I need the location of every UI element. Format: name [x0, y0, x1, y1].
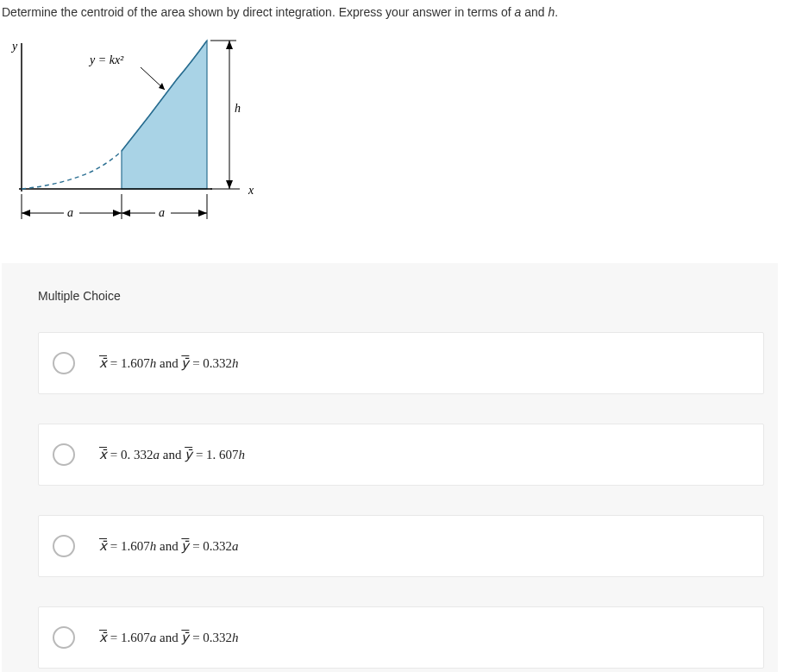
a-dim-right-arrow-r	[198, 210, 207, 217]
option-2[interactable]: x̄ = 0. 332a and ȳ = 1. 607h	[38, 424, 764, 486]
eq: =	[189, 631, 203, 644]
curve-label-arrow	[159, 83, 165, 90]
option-2-text: x̄ = 0. 332a and ȳ = 1. 607h	[99, 447, 245, 462]
x-coef: 0. 332	[121, 448, 154, 462]
radio-icon	[53, 626, 75, 649]
option-3[interactable]: x̄ = 1.607h and ȳ = 0.332a	[38, 515, 764, 577]
y-unit: h	[239, 448, 246, 462]
question-prompt: Determine the centroid of the area shown…	[0, 0, 796, 19]
multiple-choice-container: Multiple Choice x̄ = 1.607h and ȳ = 0.33…	[2, 263, 778, 672]
radio-icon	[53, 443, 75, 466]
multiple-choice-label: Multiple Choice	[38, 289, 761, 303]
h-dim-arrow-bot	[226, 180, 233, 189]
option-4-text: x̄ = 1.607a and ȳ = 0.332h	[99, 630, 239, 645]
y-coef: 0.332	[203, 356, 232, 370]
a-dim-right-arrow-l	[122, 210, 130, 217]
curve-label: y = kx²	[88, 53, 124, 66]
eq: =	[107, 539, 121, 553]
and: and	[156, 356, 181, 370]
xbar: x̄	[99, 539, 107, 553]
and: and	[160, 448, 185, 462]
eq: =	[107, 448, 121, 462]
y-coef: 0.332	[203, 631, 232, 644]
x-coef: 1.607	[121, 631, 150, 644]
a-dim-left-arrow-r	[113, 210, 122, 217]
option-1-text: x̄ = 1.607h and ȳ = 0.332h	[99, 355, 239, 371]
eq: =	[189, 356, 203, 370]
y-axis-label: y	[10, 40, 18, 53]
prompt-period: .	[555, 5, 558, 19]
eq: =	[107, 356, 121, 370]
h-label: h	[235, 102, 241, 115]
figure: y y = kx² h x a a	[0, 28, 796, 263]
and: and	[156, 631, 181, 644]
xbar: x̄	[99, 631, 107, 644]
shaded-region	[122, 41, 207, 189]
y-coef: 0.332	[203, 539, 232, 553]
y-unit: a	[232, 539, 239, 553]
h-dim-arrow-top	[226, 41, 233, 49]
x-coef: 1.607	[121, 539, 150, 553]
ybar: ȳ	[185, 448, 192, 462]
y-unit: h	[232, 356, 239, 370]
eq: =	[189, 539, 203, 553]
option-4[interactable]: x̄ = 1.607a and ȳ = 0.332h	[38, 606, 764, 669]
xbar: x̄	[99, 448, 107, 462]
eq: =	[107, 631, 121, 644]
prompt-and: and	[521, 5, 548, 19]
eq: =	[192, 448, 206, 462]
curve-dashed	[22, 151, 122, 189]
xbar: x̄	[99, 356, 107, 370]
figure-svg: y y = kx² h x a a	[7, 28, 266, 239]
a-label-left: a	[67, 206, 73, 219]
x-unit: a	[153, 448, 160, 462]
radio-icon	[53, 535, 75, 557]
prompt-prefix: Determine the centroid of the area shown…	[2, 5, 515, 19]
x-coef: 1.607	[121, 356, 150, 370]
option-3-text: x̄ = 1.607h and ȳ = 0.332a	[99, 538, 239, 554]
radio-icon	[53, 352, 75, 374]
a-label-right: a	[159, 206, 165, 219]
y-coef: 1. 607	[206, 448, 239, 462]
y-unit: h	[232, 631, 239, 644]
option-1[interactable]: x̄ = 1.607h and ȳ = 0.332h	[38, 332, 764, 394]
a-dim-left-arrow-l	[22, 210, 30, 217]
x-axis-label: x	[248, 184, 254, 197]
and: and	[156, 539, 181, 553]
